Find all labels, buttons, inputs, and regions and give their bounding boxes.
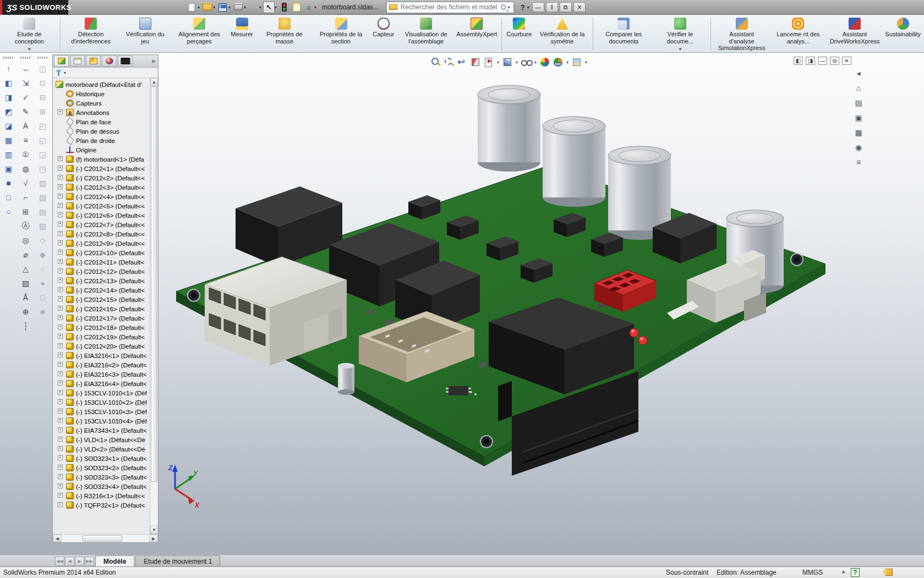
view-bottom[interactable]: ▥ — [2, 148, 15, 161]
fichier-menu[interactable] — [75, 5, 85, 9]
datum-target[interactable]: ◎ — [19, 234, 32, 247]
tree-item-153clv-1010-2-d-f[interactable]: (-) 153CLV-1010<2> (Déf — [53, 398, 150, 407]
file-properties-icon[interactable] — [291, 2, 302, 13]
view-left[interactable]: ◩ — [2, 105, 15, 118]
tree-vertical-scrollbar[interactable]: ▲ ▼ — [150, 78, 158, 534]
symmetry-check-button[interactable]: Vérification de la symétrie — [534, 16, 591, 52]
search-input[interactable] — [400, 3, 499, 12]
new-motion-study[interactable]: ▧ — [36, 191, 50, 204]
insertion-menu[interactable] — [105, 5, 114, 9]
tree-expander-icon[interactable] — [58, 446, 63, 451]
tree-item-c2012-8-default[interactable]: (-) C2012<8> (Default<< — [53, 229, 150, 239]
tree-item-c2012-17-default[interactable]: (-) C2012<17> (Default< — [53, 313, 150, 323]
tree-expander-icon[interactable] — [58, 437, 63, 442]
mass-properties-button[interactable]: Propriétés de masse — [256, 16, 313, 52]
displaymanager-tab[interactable] — [102, 56, 117, 67]
tree-expander-icon[interactable] — [58, 296, 63, 301]
tree-item-c2012-4-default[interactable]: (-) C2012<4> (Default<< — [53, 192, 150, 201]
document-restore-icon[interactable]: ⧉ — [830, 57, 839, 65]
spotlight[interactable]: ○ — [2, 205, 15, 218]
tree-item-c2012-7-default[interactable]: (-) C2012<7> (Default<< — [53, 220, 150, 229]
tree-expander-icon[interactable] — [58, 166, 63, 170]
scroll-down-icon[interactable]: ▼ — [150, 526, 158, 534]
measure[interactable]: ↔ — [19, 62, 32, 75]
tree-expander-icon[interactable] — [58, 399, 63, 404]
separator[interactable] — [60, 18, 61, 50]
view-dimetric[interactable]: ■ — [2, 177, 15, 190]
pane-toggle-left-icon[interactable]: ◧ — [794, 57, 803, 65]
tree-expander-icon[interactable] — [58, 455, 63, 460]
circuitworks-panel-tab[interactable] — [118, 56, 133, 67]
clearance-verification-button[interactable]: Vérification du jeu — [119, 16, 171, 52]
tree-item-vld-2-d-faut-d[interactable]: (-) VLD<2> (Défaut<<Dé — [53, 444, 150, 454]
tree-expander-icon[interactable] — [58, 315, 63, 320]
search-dropdown-icon[interactable]: ▾ — [508, 5, 510, 10]
sustainability-button[interactable]: Sustainability — [883, 16, 923, 52]
toolbar-grip[interactable] — [20, 57, 31, 59]
task-pane-pin[interactable]: ◂ — [854, 68, 863, 78]
vertical-scroll-thumb[interactable] — [151, 86, 157, 482]
curvature-button[interactable]: Courbure — [504, 16, 534, 52]
tree-expander-icon[interactable] — [58, 483, 63, 488]
tree-expander-icon[interactable] — [58, 156, 63, 161]
tree-expander-icon[interactable] — [58, 268, 63, 273]
area-hatch[interactable]: ▨ — [19, 277, 32, 290]
tree-item-c2012-5-default[interactable]: (-) C2012<5> (Default<< — [53, 201, 150, 211]
toolbar-grip[interactable] — [37, 57, 48, 59]
tree-item-r3216-1-default[interactable]: (-) R3216<1> (Default<< — [53, 491, 150, 500]
select-dropdown-icon[interactable]: ▾ — [275, 5, 277, 10]
print-icon[interactable] — [232, 2, 244, 13]
tree-item-c2012-12-default[interactable]: (-) C2012<12> (Default< — [53, 267, 150, 276]
simulationxpress-button[interactable]: Assistant d'analyse SimulationXpress — [713, 16, 770, 52]
select-cursor-icon[interactable] — [263, 2, 275, 13]
tree-item-sod323-1-default[interactable]: (-) SOD323<1> (Default< — [53, 454, 150, 463]
linear-component-pattern[interactable]: ⊟ — [36, 91, 50, 104]
tree-expander-icon[interactable] — [58, 287, 63, 292]
tree-item-153clv-1010-3-d-f[interactable]: (-) 153CLV-1010<3> (Déf — [53, 407, 150, 416]
separator[interactable] — [501, 18, 502, 50]
tree-expander-icon[interactable] — [58, 184, 63, 189]
clearance-verification[interactable]: ● — [36, 277, 50, 290]
bill-of-materials[interactable]: ▤ — [36, 205, 50, 218]
undo-icon[interactable] — [248, 2, 259, 13]
window-pane-icon[interactable]: ‖ — [546, 2, 558, 12]
view-orientation-icon[interactable] — [483, 56, 495, 68]
tree-expander-icon[interactable] — [58, 381, 63, 386]
file-explorer[interactable]: ▣ — [854, 113, 863, 123]
section-properties-button[interactable]: Propriétés de la section — [313, 16, 369, 52]
compare-documents-button[interactable]: Comparer les documents — [595, 16, 652, 52]
help-icon[interactable]: ? — [520, 3, 526, 12]
tree-expander-icon[interactable] — [58, 324, 63, 329]
tree-item-c2012-19-default[interactable]: (-) C2012<19> (Default< — [53, 332, 150, 342]
units-dropdown-icon[interactable]: ▲ — [841, 569, 846, 574]
tree-item-eia3216-3-default[interactable]: (-) EIA3216<3> (Default< — [53, 370, 150, 379]
weld-symbol[interactable]: ⌐ — [19, 191, 32, 204]
fenetre-menu[interactable] — [164, 5, 174, 9]
tree-item-tree-root-motorboard[interactable]: motorboard (Défaut<Etat d' — [53, 80, 150, 89]
toolbar-grip[interactable] — [3, 57, 14, 59]
view-isometric[interactable]: ▣ — [2, 162, 15, 175]
scroll-right-icon[interactable]: ▶ — [149, 535, 158, 542]
analysis-launch-button[interactable]: Lanceme nt des analys... — [770, 16, 827, 52]
reference-geometry[interactable]: ▥ — [36, 177, 50, 190]
circuitworks-menu[interactable] — [144, 5, 154, 9]
interference-detection-button[interactable]: Détection d'interférences — [63, 16, 119, 52]
separator[interactable] — [593, 18, 593, 50]
tree-expander-icon[interactable] — [58, 278, 63, 283]
featuremanager-tab[interactable] — [54, 56, 69, 67]
appearances-scenes[interactable]: ◉ — [854, 142, 863, 152]
filter-dropdown-icon[interactable]: ▾ — [64, 70, 66, 75]
tree-item-c2012-15-default[interactable]: (-) C2012<15> (Default< — [53, 295, 150, 304]
scroll-left-icon[interactable]: ◀ — [53, 535, 62, 542]
tree-item-capteurs[interactable]: Capteurs — [53, 98, 150, 108]
tree-expander-icon[interactable] — [58, 175, 63, 180]
tree-item-historique[interactable]: Historique — [53, 89, 150, 98]
tree-expander-icon[interactable] — [58, 231, 63, 236]
tree-expander-icon[interactable] — [58, 390, 63, 395]
driveworksxpress-button[interactable]: Assistant DriveWorksXpress — [827, 16, 883, 52]
view-settings-icon[interactable] — [571, 56, 583, 68]
geometric-tolerance[interactable]: ⊞ — [19, 205, 32, 218]
measure-button[interactable]: Mesurer — [228, 16, 256, 52]
display-style-dropdown-icon[interactable]: ▾ — [515, 60, 519, 65]
reference-triad[interactable]: ↑ — [2, 62, 15, 75]
